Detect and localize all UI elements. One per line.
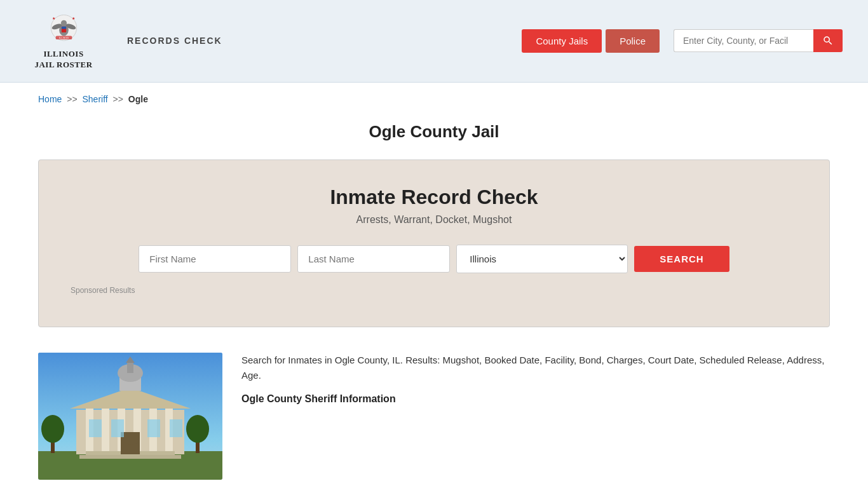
courthouse-svg — [38, 353, 222, 480]
content-area: Search for Inmates in Ogle County, IL. R… — [0, 346, 868, 488]
records-check-label: RECORDS CHECK — [127, 36, 222, 46]
svg-rect-31 — [147, 419, 160, 437]
header-nav: County Jails Police — [522, 29, 843, 53]
page-title-area: Ogle County Jail — [0, 116, 868, 159]
site-header: ★ ★ ILLINOIS ILLINOIS JAIL ROSTER RECORD… — [0, 0, 868, 83]
svg-rect-6 — [61, 27, 65, 29]
svg-text:ILLINOIS: ILLINOIS — [58, 37, 68, 39]
breadcrumb-sheriff-link[interactable]: Sheriff — [83, 94, 108, 104]
svg-point-36 — [186, 415, 209, 443]
inmate-search-button[interactable]: SEARCH — [634, 246, 729, 272]
inmate-search-form: IllinoisAlabamaAlaskaArizonaArkansasCali… — [71, 245, 797, 273]
state-select[interactable]: IllinoisAlabamaAlaskaArizonaArkansasCali… — [456, 245, 628, 273]
header-search-button[interactable] — [813, 29, 843, 52]
page-title: Ogle County Jail — [0, 122, 868, 142]
svg-point-34 — [41, 415, 64, 443]
breadcrumb-sep-2: >> — [113, 94, 123, 104]
header-search-input[interactable] — [674, 29, 813, 52]
svg-rect-30 — [111, 419, 124, 437]
svg-rect-23 — [127, 363, 133, 373]
logo-area: ★ ★ ILLINOIS ILLINOIS JAIL ROSTER — [25, 11, 102, 71]
svg-rect-29 — [89, 419, 102, 437]
svg-rect-32 — [170, 419, 182, 437]
inmate-search-title: Inmate Record Check — [71, 186, 797, 209]
county-building-image — [38, 353, 222, 480]
svg-text:★: ★ — [52, 17, 55, 20]
search-icon — [822, 35, 834, 46]
police-button[interactable]: Police — [606, 29, 660, 53]
county-jails-button[interactable]: County Jails — [522, 29, 602, 53]
illinois-flag-icon: ★ ★ ILLINOIS — [46, 11, 81, 46]
sponsored-label: Sponsored Results — [71, 286, 797, 295]
last-name-input[interactable] — [297, 245, 450, 273]
content-description: Search for Inmates in Ogle County, IL. R… — [241, 353, 830, 383]
svg-rect-26 — [79, 455, 181, 459]
inmate-search-container: Inmate Record Check Arrests, Warrant, Do… — [38, 159, 830, 327]
content-section-title: Ogle County Sheriff Information — [241, 391, 830, 407]
breadcrumb-home-link[interactable]: Home — [38, 94, 62, 104]
breadcrumb-current: Ogle — [128, 94, 148, 104]
svg-text:★: ★ — [72, 17, 75, 20]
breadcrumb-sep-1: >> — [67, 94, 77, 104]
inmate-search-subtitle: Arrests, Warrant, Docket, Mugshot — [71, 214, 797, 226]
svg-rect-15 — [102, 407, 109, 454]
first-name-input[interactable] — [139, 245, 291, 273]
content-text: Search for Inmates in Ogle County, IL. R… — [241, 353, 830, 407]
logo-text: ILLINOIS JAIL ROSTER — [34, 49, 92, 71]
breadcrumb: Home >> Sheriff >> Ogle — [0, 83, 868, 116]
header-search-bar — [674, 29, 843, 52]
